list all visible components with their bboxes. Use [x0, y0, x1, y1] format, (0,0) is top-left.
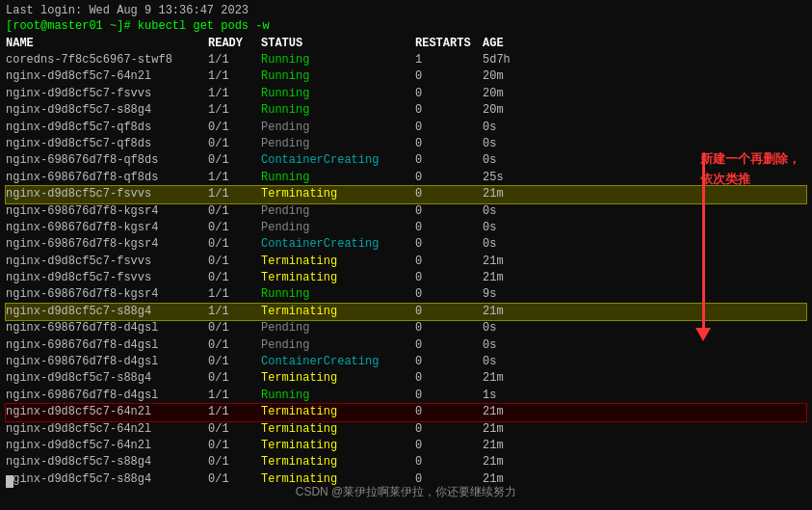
pod-ready: 0/1	[208, 454, 261, 470]
pod-age: 1s	[483, 388, 531, 404]
col-header-ready: READY	[208, 37, 261, 50]
table-row: nginx-d9d8cf5c7-64n2l0/1Terminating021m	[6, 421, 806, 438]
footer-text: CSDN @莱伊拉啊莱伊拉，你还要继续努力	[0, 484, 812, 500]
pod-name: nginx-d9d8cf5c7-s88g4	[6, 102, 208, 119]
pod-restarts: 0	[415, 220, 483, 236]
pod-name: nginx-698676d7f8-qf8ds	[6, 170, 208, 186]
pod-age: 21m	[483, 370, 531, 387]
pod-age: 21m	[483, 438, 531, 454]
pod-name: nginx-698676d7f8-qf8ds	[6, 152, 208, 169]
pod-ready: 1/1	[208, 86, 261, 102]
pod-restarts: 1	[415, 52, 483, 68]
pod-age: 21m	[483, 254, 531, 270]
pod-restarts: 0	[415, 438, 483, 454]
pod-age: 20m	[483, 68, 531, 85]
pod-restarts: 0	[415, 68, 483, 85]
pod-status: Running	[261, 68, 415, 85]
table-row: nginx-d9d8cf5c7-64n2l0/1Terminating021m	[6, 438, 806, 454]
col-header-status: STATUS	[261, 37, 415, 50]
table-row: nginx-d9d8cf5c7-s88g41/1Running020m	[6, 102, 806, 119]
pod-restarts: 0	[415, 120, 483, 136]
pod-age: 21m	[483, 421, 531, 438]
pod-restarts: 0	[415, 152, 483, 169]
prompt-line: [root@master01 ~]# kubectl get pods -w	[6, 19, 806, 33]
pod-ready: 0/1	[208, 236, 261, 253]
pod-restarts: 0	[415, 203, 483, 220]
pod-name: nginx-698676d7f8-kgsr4	[6, 286, 208, 303]
table-row: nginx-d9d8cf5c7-64n2l1/1Terminating021m	[6, 404, 806, 420]
table-row: nginx-698676d7f8-d4gsl0/1Pending00s	[6, 337, 806, 354]
pod-restarts: 0	[415, 454, 483, 470]
col-header-restarts: RESTARTS	[415, 37, 483, 50]
pod-name: nginx-d9d8cf5c7-qf8ds	[6, 136, 208, 152]
pod-status: Pending	[261, 337, 415, 354]
pod-restarts: 0	[415, 354, 483, 370]
pod-name: coredns-7f8c5c6967-stwf8	[6, 52, 208, 68]
table-header: NAME READY STATUS RESTARTS AGE	[6, 37, 806, 50]
pod-status: Terminating	[261, 404, 415, 420]
pod-ready: 1/1	[208, 186, 261, 202]
pod-age: 0s	[483, 203, 531, 220]
table-row: nginx-d9d8cf5c7-s88g40/1Terminating021m	[6, 370, 806, 387]
pod-age: 21m	[483, 270, 531, 286]
pod-ready: 0/1	[208, 421, 261, 438]
pod-ready: 0/1	[208, 120, 261, 136]
pod-age: 20m	[483, 86, 531, 102]
table-row: coredns-7f8c5c6967-stwf81/1Running15d7h	[6, 52, 806, 68]
pod-ready: 0/1	[208, 152, 261, 169]
pod-name: nginx-698676d7f8-kgsr4	[6, 220, 208, 236]
pod-restarts: 0	[415, 370, 483, 387]
pod-age: 25s	[483, 170, 531, 186]
pod-status: Terminating	[261, 421, 415, 438]
pod-age: 20m	[483, 102, 531, 119]
pod-restarts: 0	[415, 186, 483, 202]
table-body: coredns-7f8c5c6967-stwf81/1Running15d7hn…	[6, 52, 806, 488]
pod-name: nginx-d9d8cf5c7-fsvvs	[6, 270, 208, 286]
table-row: nginx-698676d7f8-qf8ds0/1ContainerCreati…	[6, 152, 806, 169]
pod-status: Pending	[261, 320, 415, 336]
pod-status: Terminating	[261, 270, 415, 286]
pod-name: nginx-d9d8cf5c7-s88g4	[6, 370, 208, 387]
cursor	[6, 475, 13, 488]
pod-status: Pending	[261, 120, 415, 136]
pod-name: nginx-d9d8cf5c7-64n2l	[6, 68, 208, 85]
table-row: nginx-d9d8cf5c7-fsvvs0/1Terminating021m	[6, 270, 806, 286]
pod-restarts: 0	[415, 320, 483, 336]
pod-age: 21m	[483, 186, 531, 202]
pod-ready: 1/1	[208, 102, 261, 119]
pod-ready: 1/1	[208, 52, 261, 68]
table-row: nginx-d9d8cf5c7-fsvvs1/1Running020m	[6, 86, 806, 102]
pod-ready: 0/1	[208, 203, 261, 220]
pod-ready: 0/1	[208, 220, 261, 236]
pod-age: 21m	[483, 404, 531, 420]
pod-name: nginx-d9d8cf5c7-64n2l	[6, 404, 208, 420]
pod-status: Running	[261, 170, 415, 186]
pod-status: Pending	[261, 220, 415, 236]
table-row: nginx-698676d7f8-qf8ds1/1Running025s	[6, 170, 806, 186]
pod-status: Pending	[261, 203, 415, 220]
pod-age: 0s	[483, 236, 531, 253]
pod-ready: 1/1	[208, 304, 261, 320]
table-row: nginx-698676d7f8-d4gsl0/1ContainerCreati…	[6, 354, 806, 370]
pod-ready: 1/1	[208, 388, 261, 404]
pod-age: 0s	[483, 354, 531, 370]
pod-restarts: 0	[415, 170, 483, 186]
pod-age: 21m	[483, 454, 531, 470]
pod-restarts: 0	[415, 286, 483, 303]
table-row: nginx-698676d7f8-kgsr40/1Pending00s	[6, 220, 806, 236]
pod-status: Terminating	[261, 186, 415, 202]
pod-status: Running	[261, 286, 415, 303]
table-row: nginx-698676d7f8-kgsr40/1ContainerCreati…	[6, 236, 806, 253]
pod-name: nginx-d9d8cf5c7-fsvvs	[6, 86, 208, 102]
pod-restarts: 0	[415, 136, 483, 152]
pod-name: nginx-d9d8cf5c7-fsvvs	[6, 186, 208, 202]
pod-restarts: 0	[415, 254, 483, 270]
table-row: nginx-698676d7f8-kgsr41/1Running09s	[6, 286, 806, 303]
table-row: nginx-d9d8cf5c7-fsvvs1/1Terminating021m	[6, 186, 806, 202]
table-row: nginx-d9d8cf5c7-s88g40/1Terminating021m	[6, 454, 806, 470]
pod-ready: 1/1	[208, 170, 261, 186]
pod-status: Terminating	[261, 454, 415, 470]
pod-status: ContainerCreating	[261, 236, 415, 253]
table-row: nginx-698676d7f8-kgsr40/1Pending00s	[6, 203, 806, 220]
table-row: nginx-d9d8cf5c7-s88g41/1Terminating021m	[6, 304, 806, 320]
